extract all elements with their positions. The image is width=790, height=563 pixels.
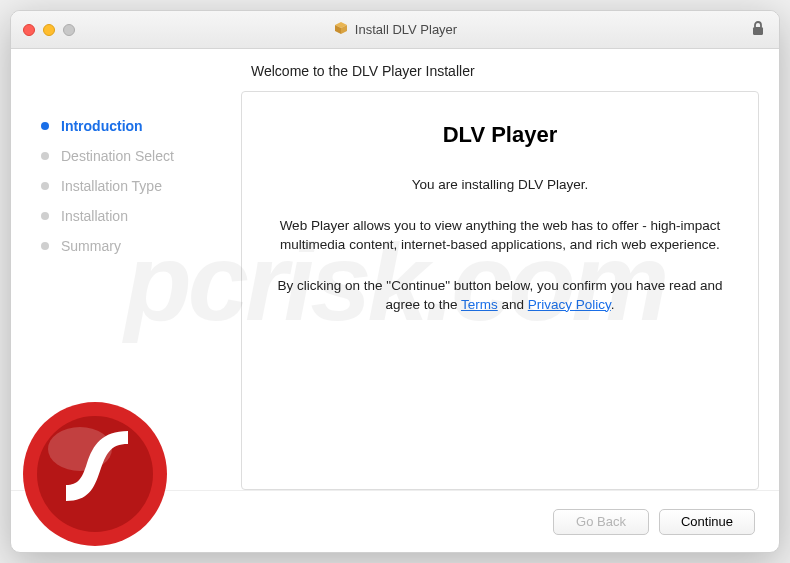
svg-marker-2	[341, 25, 347, 34]
sidebar-item-label: Summary	[61, 238, 121, 254]
titlebar: Install DLV Player	[11, 11, 779, 49]
privacy-link[interactable]: Privacy Policy	[528, 297, 611, 312]
sidebar-item-introduction: Introduction	[41, 111, 241, 141]
content-line-2: Web Player allows you to view anything t…	[272, 217, 728, 255]
sidebar-item-label: Installation	[61, 208, 128, 224]
step-bullet-icon	[41, 182, 49, 190]
installer-window: Install DLV Player Welcome to the DLV Pl…	[10, 10, 780, 553]
go-back-button: Go Back	[553, 509, 649, 535]
window-title: Install DLV Player	[355, 22, 457, 37]
step-bullet-icon	[41, 122, 49, 130]
svg-rect-3	[753, 27, 763, 35]
sidebar-item-summary: Summary	[41, 231, 241, 261]
installer-body: Welcome to the DLV Player Installer Intr…	[11, 49, 779, 552]
content-panel: DLV Player You are installing DLV Player…	[241, 91, 759, 490]
sidebar-item-label: Introduction	[61, 118, 143, 134]
sidebar-item-label: Installation Type	[61, 178, 162, 194]
content-line-1: You are installing DLV Player.	[272, 176, 728, 195]
package-icon	[333, 20, 349, 40]
agree-mid: and	[498, 297, 528, 312]
lock-icon[interactable]	[751, 20, 765, 40]
svg-marker-0	[335, 22, 347, 28]
agree-suffix: .	[611, 297, 615, 312]
flash-player-icon	[20, 399, 170, 553]
sidebar-item-installation-type: Installation Type	[41, 171, 241, 201]
step-bullet-icon	[41, 212, 49, 220]
svg-marker-1	[335, 25, 341, 34]
sidebar-item-label: Destination Select	[61, 148, 174, 164]
terms-link[interactable]: Terms	[461, 297, 498, 312]
continue-button[interactable]: Continue	[659, 509, 755, 535]
close-window-button[interactable]	[23, 24, 35, 36]
window-controls	[23, 24, 75, 36]
step-bullet-icon	[41, 152, 49, 160]
content-title: DLV Player	[272, 122, 728, 148]
sidebar-item-destination: Destination Select	[41, 141, 241, 171]
minimize-window-button[interactable]	[43, 24, 55, 36]
sidebar-item-installation: Installation	[41, 201, 241, 231]
zoom-window-button	[63, 24, 75, 36]
page-heading: Welcome to the DLV Player Installer	[11, 49, 779, 85]
step-bullet-icon	[41, 242, 49, 250]
content-agreement: By clicking on the "Continue" button bel…	[272, 277, 728, 315]
